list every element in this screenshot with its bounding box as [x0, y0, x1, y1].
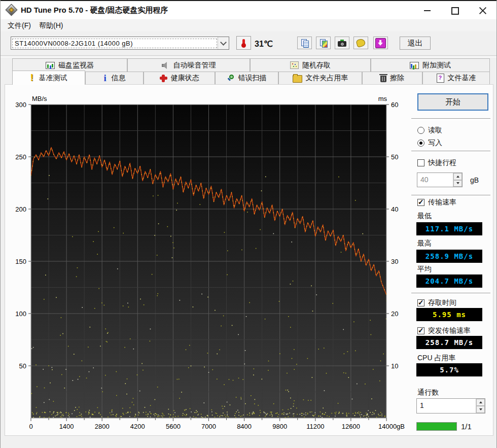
- burst-rate-value: 258.7 MB/s: [416, 336, 482, 349]
- avg-value: 204.7 MB/s: [416, 274, 482, 288]
- tab-extra-tests[interactable]: 附加测试: [371, 58, 490, 72]
- toolbar: ST14000VN0008-2JG101 (14000 gB) 31℃ 退出: [1, 31, 497, 55]
- svg-text:40: 40: [391, 205, 398, 213]
- burst-rate-row[interactable]: 突发传输速率: [417, 326, 471, 335]
- separator: [411, 195, 490, 197]
- drive-select[interactable]: ST14000VN0008-2JG101 (14000 gB): [11, 37, 229, 50]
- drive-select-arrow[interactable]: [218, 37, 229, 49]
- svg-text:4200: 4200: [130, 423, 145, 430]
- read-radio-label: 读取: [428, 126, 442, 135]
- svg-text:7000: 7000: [201, 423, 216, 430]
- tab-label: 文件夹占用率: [306, 74, 348, 83]
- read-radio[interactable]: [417, 127, 424, 134]
- hand-button[interactable]: [353, 37, 368, 49]
- transfer-rate-label: 传输速率: [428, 198, 456, 207]
- transfer-rate-row[interactable]: 传输速率: [417, 198, 456, 207]
- cpu-usage-value: 5.7%: [416, 363, 482, 376]
- tab-label: 基准测试: [39, 74, 67, 83]
- short-stroke-row[interactable]: 快捷行程: [417, 158, 456, 167]
- health-icon: [160, 75, 167, 82]
- tab-health[interactable]: 健康状态: [144, 72, 215, 85]
- spin-up-button[interactable]: [453, 173, 462, 180]
- close-icon: [479, 7, 487, 15]
- read-radio-row[interactable]: 读取: [417, 126, 442, 135]
- svg-text:20: 20: [391, 310, 398, 318]
- tab-info[interactable]: 信息: [85, 72, 144, 85]
- exit-button[interactable]: 退出: [400, 37, 431, 50]
- download-icon: [375, 38, 386, 48]
- svg-text:60: 60: [391, 101, 398, 109]
- download-button[interactable]: [373, 37, 388, 49]
- write-radio-row[interactable]: 写入: [417, 139, 442, 148]
- benchmark-chart: MB/sms3002502001501005060504030201001400…: [5, 85, 411, 435]
- tab-label: 自动噪音管理: [173, 61, 216, 70]
- tab-erase[interactable]: 擦除: [362, 72, 422, 85]
- transfer-rate-checkbox[interactable]: [417, 199, 424, 206]
- tab-label: 随机存取: [302, 61, 331, 70]
- arrow-down-icon: [456, 182, 459, 184]
- minimize-icon: [424, 10, 431, 11]
- svg-text:50: 50: [19, 362, 26, 370]
- tab-noise-management[interactable]: 自动噪音管理: [127, 58, 250, 72]
- svg-text:8400: 8400: [237, 423, 252, 430]
- separator: [411, 118, 490, 120]
- svg-text:250: 250: [15, 153, 26, 161]
- spin-down-button[interactable]: [476, 406, 485, 413]
- max-value: 258.9 MB/s: [416, 250, 482, 263]
- drive-select-value: ST14000VN0008-2JG101 (14000 gB): [12, 39, 217, 48]
- tab-disk-monitor[interactable]: 磁盘监视器: [12, 58, 127, 72]
- arrow-up-icon: [456, 176, 459, 178]
- burst-rate-checkbox[interactable]: [417, 327, 424, 334]
- copy-text-icon: [301, 39, 309, 47]
- tab-label: 健康状态: [171, 74, 199, 83]
- spin-down-button[interactable]: [453, 180, 462, 187]
- tab-error-scan[interactable]: 错误扫描: [215, 72, 278, 85]
- close-button[interactable]: [474, 4, 491, 17]
- start-button[interactable]: 开始: [417, 93, 488, 111]
- tab-folder-usage[interactable]: 文件夹占用率: [278, 72, 362, 85]
- menu-file[interactable]: 文件(F): [6, 21, 33, 31]
- folder-usage-icon: [293, 75, 302, 83]
- write-radio[interactable]: [417, 140, 424, 147]
- svg-text:300: 300: [15, 101, 26, 109]
- extra-tests-icon: [410, 62, 419, 69]
- random-access-icon: [290, 61, 299, 69]
- screenshot-button[interactable]: [335, 37, 349, 49]
- svg-text:0: 0: [29, 423, 32, 430]
- tab-label: 文件基准: [448, 74, 476, 83]
- chevron-down-icon: [220, 39, 227, 46]
- copy-text-button[interactable]: [297, 37, 312, 49]
- svg-text:100: 100: [15, 310, 26, 318]
- progress-fill: [417, 423, 456, 430]
- tab-label: 错误扫描: [238, 74, 267, 83]
- tab-random-access[interactable]: 随机存取: [250, 58, 371, 72]
- access-time-row[interactable]: 存取时间: [417, 298, 456, 307]
- minimize-button[interactable]: [418, 4, 436, 17]
- tab-benchmark[interactable]: 基准测试: [12, 71, 85, 85]
- pass-count-spinner[interactable]: 1: [416, 398, 485, 413]
- svg-text:200: 200: [15, 205, 26, 213]
- spin-up-button[interactable]: [476, 399, 485, 406]
- disk-monitor-icon: [46, 62, 55, 69]
- short-stroke-unit: gB: [470, 176, 479, 184]
- copy-image-button[interactable]: [316, 37, 331, 49]
- svg-text:150: 150: [15, 258, 26, 265]
- write-radio-label: 写入: [428, 139, 442, 148]
- tab-label: 信息: [112, 74, 126, 83]
- temperature-button[interactable]: [236, 36, 251, 50]
- access-time-checkbox[interactable]: [417, 299, 424, 306]
- short-stroke-label: 快捷行程: [428, 158, 456, 167]
- screenshot-icon: [338, 41, 346, 47]
- min-value: 117.1 MB/s: [416, 222, 482, 235]
- info-icon: [103, 74, 108, 82]
- pass-count-label: 通行数: [417, 388, 439, 397]
- menu-help[interactable]: 帮助(H): [37, 21, 65, 31]
- maximize-button[interactable]: [446, 4, 464, 17]
- svg-text:MB/s: MB/s: [32, 95, 47, 102]
- svg-text:11200: 11200: [306, 423, 324, 430]
- short-stroke-size-spinner[interactable]: 40: [417, 173, 463, 187]
- short-stroke-checkbox[interactable]: [417, 159, 424, 166]
- tab-label: 附加测试: [422, 61, 451, 70]
- avg-label: 平均: [417, 265, 432, 274]
- tab-file-benchmark[interactable]: 文件基准: [422, 72, 490, 85]
